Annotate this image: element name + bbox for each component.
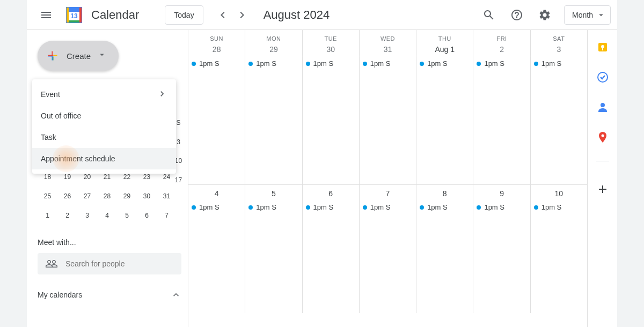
calendar-event[interactable]: 1pm S	[248, 202, 298, 212]
event-dot	[420, 62, 424, 66]
svg-rect-1	[67, 8, 82, 12]
my-calendars-title: My calendars	[38, 291, 82, 299]
event-dot	[420, 205, 424, 210]
calendar-day-cell[interactable]: 4 1pm S	[188, 185, 245, 313]
mini-cal-date[interactable]: 2	[57, 206, 77, 225]
search-people-box[interactable]	[38, 253, 181, 274]
calendar-day-cell[interactable]: 10 1pm S	[531, 185, 587, 313]
calendar-header-cell: THU Aug 1	[416, 30, 473, 56]
calendar-logo: 13	[63, 4, 85, 26]
mini-cal-date[interactable]: 26	[57, 187, 77, 206]
mini-cal-date[interactable]: 30	[137, 187, 157, 206]
svg-point-10	[601, 103, 605, 107]
mini-cal-date[interactable]: 1	[38, 206, 57, 225]
dropdown-item-event[interactable]: Event	[32, 84, 176, 105]
svg-rect-3	[67, 8, 69, 23]
dropdown-item-appointment-schedule[interactable]: Appointment schedule	[32, 148, 176, 169]
view-selector[interactable]: Month	[564, 5, 611, 25]
prev-month-button[interactable]	[214, 6, 231, 24]
calendar-event[interactable]: 1pm S	[363, 202, 413, 212]
today-button[interactable]: Today	[165, 5, 203, 25]
calendar-event[interactable]: 1pm S	[477, 58, 526, 69]
calendar-day-cell[interactable]: 1pm S	[188, 56, 245, 184]
event-dot	[192, 62, 196, 66]
mini-cal-date[interactable]: 27	[77, 187, 97, 206]
calendar-event[interactable]: 1pm S	[306, 202, 356, 212]
search-people-input[interactable]	[65, 259, 174, 268]
calendar-event[interactable]: 1pm S	[192, 58, 241, 69]
mini-cal-date[interactable]: 29	[117, 187, 137, 206]
next-month-button[interactable]	[233, 6, 251, 24]
event-dot	[248, 205, 253, 210]
keep-icon[interactable]	[596, 41, 609, 54]
mini-cal-date[interactable]: 25	[38, 187, 57, 206]
calendar-event[interactable]: 1pm S	[363, 58, 413, 69]
contacts-icon[interactable]	[596, 101, 609, 114]
event-dot	[534, 205, 538, 210]
calendar-header-cell: MON 29	[245, 30, 302, 56]
dropdown-item-task[interactable]: Task	[32, 127, 176, 148]
calendar-header-cell: SUN 28	[188, 30, 245, 56]
calendar-header-cell: TUE 30	[303, 30, 360, 56]
plus-icon	[45, 48, 60, 63]
mini-cal-date[interactable]: 3	[77, 206, 97, 225]
calendar-event[interactable]: 1pm S	[534, 58, 584, 69]
mini-cal-date[interactable]: 4	[97, 206, 117, 225]
help-button[interactable]	[506, 4, 528, 26]
current-month-title: August 2024	[264, 8, 474, 22]
calendar-event[interactable]: 1pm S	[477, 202, 526, 212]
calendar-day-cell[interactable]: 1pm S	[473, 56, 530, 184]
calendar-header-cell: SAT 3	[531, 30, 587, 56]
calendar-day-cell[interactable]: 5 1pm S	[245, 185, 302, 313]
mini-cal-date[interactable]: 7	[157, 206, 177, 225]
add-addon-button[interactable]	[592, 179, 613, 200]
search-button[interactable]	[478, 4, 500, 26]
tasks-icon[interactable]	[596, 71, 609, 84]
svg-rect-2	[67, 20, 82, 23]
sidebar: Create Event Out of office Task	[27, 30, 188, 327]
calendar-app: 13 Calendar Today August 2024	[27, 0, 617, 327]
calendar-day-cell[interactable]: 9 1pm S	[473, 185, 530, 313]
calendar-event[interactable]: 1pm S	[420, 58, 470, 69]
settings-button[interactable]	[534, 4, 555, 26]
main-menu-button[interactable]	[33, 2, 59, 28]
calendar-day-cell[interactable]: 6 1pm S	[303, 185, 360, 313]
calendar-day-cell[interactable]: 1pm S	[360, 56, 416, 184]
create-button[interactable]: Create	[38, 41, 119, 71]
calendar-week-row: 1pm S 1pm S 1pm S 1pm S 1pm S	[188, 56, 587, 184]
chevron-up-icon	[171, 289, 181, 300]
calendar-event[interactable]: 1pm S	[306, 58, 356, 69]
calendar-header-row: SUN 28 MON 29 TUE 30 WED 31	[188, 30, 587, 56]
event-dot	[477, 62, 481, 66]
svg-text:13: 13	[70, 12, 78, 20]
calendar-day-cell[interactable]: 1pm S	[531, 56, 587, 184]
calendar-day-cell[interactable]: 8 1pm S	[416, 185, 473, 313]
calendar-event[interactable]: 1pm S	[420, 202, 470, 212]
calendar-day-cell[interactable]: 1pm S	[303, 56, 360, 184]
maps-icon[interactable]	[596, 131, 609, 144]
calendar-header-cell: WED 31	[360, 30, 416, 56]
mini-cal-date[interactable]: 6	[137, 206, 157, 225]
mini-cal-date[interactable]: 5	[117, 206, 137, 225]
header-icons	[478, 4, 555, 26]
calendar-grid: SUN 28 MON 29 TUE 30 WED 31	[188, 30, 617, 327]
app-header: 13 Calendar Today August 2024	[27, 0, 617, 30]
view-label: Month	[572, 11, 593, 19]
calendar-day-cell[interactable]: 1pm S	[245, 56, 302, 184]
dropdown-item-out-of-office[interactable]: Out of office	[32, 105, 176, 127]
calendar-event[interactable]: 1pm S	[248, 58, 298, 69]
people-icon	[45, 257, 58, 270]
calendar-header-cell: FRI 2	[473, 30, 530, 56]
calendar-day-cell[interactable]: 1pm S	[416, 56, 473, 184]
my-calendars-section[interactable]: My calendars	[38, 289, 181, 300]
calendar-event[interactable]: 1pm S	[534, 202, 584, 212]
main-content: Create Event Out of office Task	[27, 30, 617, 327]
event-dot	[534, 62, 538, 66]
calendar-event[interactable]: 1pm S	[192, 202, 241, 212]
mini-cal-date[interactable]: 28	[97, 187, 117, 206]
svg-point-11	[601, 135, 604, 137]
calendar-day-cell[interactable]: 7 1pm S	[360, 185, 416, 313]
event-dot	[192, 205, 196, 210]
event-dot	[306, 205, 310, 210]
svg-rect-4	[79, 8, 82, 23]
